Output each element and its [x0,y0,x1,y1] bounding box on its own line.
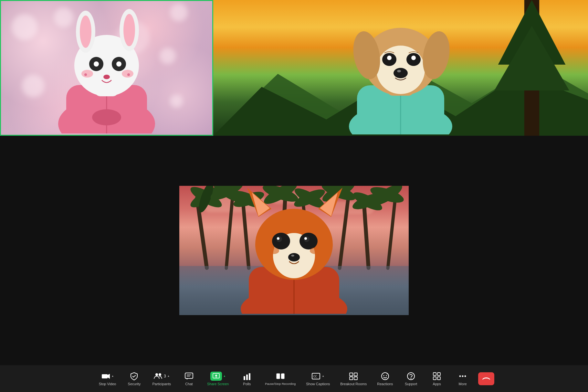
recording-icon [276,372,285,381]
svg-point-79 [288,253,300,261]
svg-point-35 [411,56,416,60]
share-screen-icon [212,373,220,379]
chevron-icon: ▲ [322,375,324,377]
participants-icon [153,372,163,381]
svg-text:CC: CC [313,375,317,378]
svg-rect-83 [102,374,108,378]
chat-icon [184,372,194,381]
svg-point-81 [269,248,279,254]
svg-marker-90 [186,378,188,380]
svg-rect-94 [246,375,248,380]
svg-marker-92 [215,374,217,378]
polls-icon [242,372,251,381]
svg-point-86 [159,373,161,376]
svg-rect-112 [433,373,436,376]
svg-point-14 [81,70,93,78]
video-grid [0,0,588,365]
chat-label: Chat [185,382,193,386]
apps-icon [432,372,441,381]
svg-point-78 [304,237,307,240]
reactions-icon: + [381,372,390,381]
chevron-icon: ▲ [223,375,226,377]
svg-rect-104 [350,377,353,380]
dog-avatar [336,0,465,134]
svg-rect-115 [437,377,440,380]
pause-stop-recording-button[interactable]: Pause/Stop Recording [260,366,301,391]
fox-avatar [226,186,362,314]
participants-label: Participants [152,382,171,386]
svg-point-36 [394,68,408,78]
reactions-button[interactable]: + Reactions [372,366,398,391]
security-label: Security [128,382,141,386]
more-label: More [459,382,467,386]
svg-point-117 [462,375,464,377]
svg-rect-96 [277,374,280,379]
svg-text:+: + [386,372,388,375]
svg-point-107 [383,375,384,376]
participants-count: 3 [164,374,166,378]
svg-rect-87 [185,373,193,378]
svg-point-7 [80,16,91,48]
stop-video-button[interactable]: ▲ Stop Video [94,366,121,391]
svg-point-116 [459,375,461,377]
svg-rect-44 [362,200,371,270]
share-screen-button[interactable]: ▲ Share Screen [202,366,234,391]
breakout-rooms-icon [349,372,358,381]
participant-dog-cell [213,0,588,136]
svg-rect-93 [244,376,245,380]
toolbar: ▲ Stop Video Security 3 ▲ Participants [0,365,588,392]
support-icon [406,372,415,381]
svg-rect-45 [386,194,397,270]
svg-point-118 [465,375,466,377]
reactions-label: Reactions [377,382,393,386]
svg-point-15 [122,70,133,78]
security-button[interactable]: Security [121,366,147,391]
polls-button[interactable]: Polls [234,366,260,391]
svg-rect-103 [354,373,357,376]
participant-fox-cell [0,136,588,365]
svg-point-13 [116,61,121,67]
end-call-button[interactable] [478,372,494,385]
end-call-icon [482,376,491,382]
participants-button[interactable]: 3 ▲ Participants [147,366,176,391]
svg-rect-102 [350,373,353,376]
svg-point-80 [291,255,294,257]
participant-rabbit-cell [0,0,213,136]
svg-marker-84 [108,374,110,379]
pause-stop-recording-label: Pause/Stop Recording [265,382,296,386]
svg-point-85 [155,373,158,376]
svg-point-18 [127,73,130,76]
svg-point-76 [277,237,279,240]
svg-point-16 [103,75,110,79]
svg-point-33 [387,56,392,60]
stop-video-label: Stop Video [99,382,116,386]
svg-point-3 [92,109,121,125]
more-icon [458,372,467,381]
breakout-rooms-label: Breakout Rooms [340,382,367,386]
share-screen-label: Share Screen [207,382,229,386]
show-captions-label: Show Captions [306,382,330,386]
svg-point-9 [123,14,135,46]
polls-label: Polls [243,382,251,386]
rabbit-avatar [48,1,165,133]
svg-point-17 [84,73,87,76]
chat-button[interactable]: Chat [176,366,202,391]
breakout-rooms-button[interactable]: Breakout Rooms [335,366,372,391]
svg-point-37 [397,70,401,72]
more-button[interactable]: More [450,366,476,391]
svg-point-111 [411,378,412,379]
shield-icon [130,372,139,381]
apps-button[interactable]: Apps [424,366,450,391]
svg-rect-113 [437,373,440,376]
show-captions-button[interactable]: CC ▲ Show Captions [301,366,335,391]
support-label: Support [405,382,417,386]
svg-rect-114 [433,377,436,380]
apps-label: Apps [433,382,441,386]
support-button[interactable]: Support [398,366,424,391]
captions-icon: CC [311,372,320,381]
svg-point-82 [310,248,320,254]
svg-rect-95 [249,373,250,380]
camera-icon [101,372,110,381]
chevron-icon: ▲ [167,375,170,377]
chevron-icon: ▲ [111,375,114,377]
